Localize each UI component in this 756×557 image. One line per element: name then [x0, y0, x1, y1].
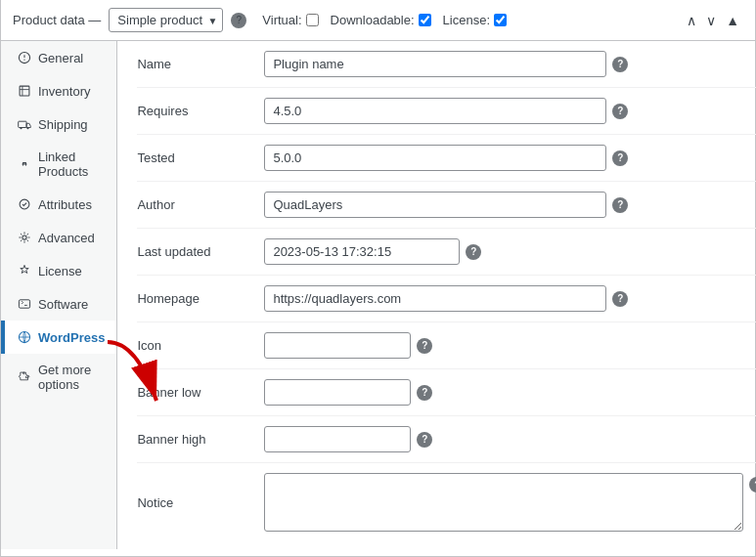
sidebar-item-license[interactable]: License: [1, 254, 116, 287]
svg-rect-3: [20, 86, 29, 96]
general-icon: [17, 50, 32, 65]
sidebar-label-inventory: Inventory: [38, 84, 90, 99]
sidebar-label-license: License: [38, 264, 82, 278]
software-icon: [17, 296, 32, 312]
help-icon-notice[interactable]: ?: [749, 477, 756, 493]
product-type-selector[interactable]: Simple product ▼: [109, 8, 223, 32]
label-banner-low: Banner low: [137, 385, 264, 400]
sidebar-item-advanced[interactable]: Advanced: [1, 221, 116, 254]
form-row-name: Name ?: [137, 41, 756, 88]
license-sidebar-icon: [17, 263, 32, 278]
input-author[interactable]: [264, 192, 606, 218]
attributes-icon: [17, 196, 32, 212]
sidebar-item-software[interactable]: Software: [1, 287, 116, 321]
nav-up-button[interactable]: ∧: [683, 11, 700, 30]
sidebar-item-general[interactable]: General: [1, 41, 116, 74]
virtual-checkbox[interactable]: [306, 14, 319, 26]
product-data-label: Product data —: [13, 13, 101, 27]
help-icon-homepage[interactable]: ?: [612, 291, 628, 307]
help-icon-name[interactable]: ?: [612, 57, 628, 72]
sidebar-label-shipping: Shipping: [38, 117, 88, 132]
form-row-author: Author ?: [137, 182, 756, 229]
help-icon-icon[interactable]: ?: [417, 338, 432, 354]
help-icon-tested[interactable]: ?: [612, 150, 628, 166]
field-name: ?: [264, 51, 756, 77]
nav-expand-button[interactable]: ▲: [722, 11, 743, 30]
help-icon-requires[interactable]: ?: [612, 104, 628, 119]
field-requires: ?: [264, 98, 756, 124]
product-options: Virtual: Downloadable: License:: [262, 13, 507, 27]
form-row-last-updated: Last updated ?: [137, 229, 756, 276]
label-tested: Tested: [137, 150, 264, 165]
input-last-updated[interactable]: [264, 238, 460, 265]
sidebar-item-get-more[interactable]: Get more options: [1, 354, 116, 401]
input-icon[interactable]: [264, 332, 411, 359]
field-tested: ?: [264, 145, 756, 171]
sidebar-label-attributes: Attributes: [38, 197, 92, 212]
help-icon-banner-high[interactable]: ?: [417, 432, 432, 448]
sidebar-label-get-more: Get more options: [38, 363, 105, 392]
sidebar-label-linked-products: Linked Products: [38, 150, 105, 179]
shipping-icon: [17, 116, 32, 132]
field-author: ?: [264, 192, 756, 218]
sidebar-item-shipping[interactable]: Shipping: [1, 107, 116, 141]
field-icon: ?: [264, 332, 756, 359]
input-name[interactable]: [264, 51, 606, 77]
nav-down-button[interactable]: ∨: [702, 11, 720, 30]
input-banner-high[interactable]: [264, 426, 411, 452]
main-content: Name ? Requires ? Tested ?: [117, 41, 756, 549]
label-last-updated: Last updated: [137, 244, 264, 259]
svg-point-7: [20, 127, 22, 129]
license-label: License:: [443, 13, 490, 27]
sidebar-item-inventory[interactable]: Inventory: [1, 74, 116, 107]
sidebar-label-wordpress: WordPress: [38, 330, 105, 345]
puzzle-icon: [17, 369, 32, 385]
field-homepage: ?: [264, 285, 756, 312]
form-row-notice: Notice ?: [137, 463, 756, 541]
form-row-requires: Requires ?: [137, 88, 756, 135]
label-banner-high: Banner high: [137, 432, 264, 447]
input-tested[interactable]: [264, 145, 606, 171]
license-option[interactable]: License:: [443, 13, 507, 27]
sidebar-item-wordpress[interactable]: WordPress: [1, 321, 116, 354]
input-banner-low[interactable]: [264, 379, 411, 406]
help-icon-last-updated[interactable]: ?: [466, 244, 481, 260]
input-notice[interactable]: [264, 473, 743, 532]
downloadable-checkbox[interactable]: [419, 14, 431, 26]
label-name: Name: [137, 57, 264, 71]
sidebar-label-software: Software: [38, 297, 88, 312]
nav-arrows: ∧ ∨ ▲: [683, 11, 743, 30]
label-homepage: Homepage: [137, 291, 264, 306]
input-requires[interactable]: [264, 98, 606, 124]
help-icon-author[interactable]: ?: [612, 197, 628, 213]
wordpress-icon: [17, 329, 32, 345]
inventory-icon: [17, 83, 32, 99]
product-type-select[interactable]: Simple product: [109, 8, 223, 32]
downloadable-option[interactable]: Downloadable:: [331, 13, 431, 27]
help-icon-banner-low[interactable]: ?: [417, 385, 432, 401]
advanced-icon: [17, 230, 32, 245]
label-requires: Requires: [137, 104, 264, 118]
link-icon: [17, 156, 32, 172]
label-notice: Notice: [137, 495, 264, 510]
form-row-banner-low: Banner low ?: [137, 369, 756, 416]
field-banner-low: ?: [264, 379, 756, 406]
svg-rect-6: [19, 121, 26, 127]
product-type-help-icon[interactable]: ?: [231, 13, 246, 28]
input-homepage[interactable]: [264, 285, 606, 312]
sidebar-item-attributes[interactable]: Attributes: [1, 188, 116, 221]
form-row-homepage: Homepage ?: [137, 276, 756, 322]
field-notice: ?: [264, 473, 756, 532]
sidebar-label-advanced: Advanced: [38, 231, 95, 245]
sidebar-label-general: General: [38, 51, 83, 65]
svg-point-2: [23, 59, 24, 60]
field-last-updated: ?: [264, 238, 756, 265]
label-icon: Icon: [137, 338, 264, 353]
virtual-label: Virtual:: [262, 13, 301, 27]
license-checkbox[interactable]: [494, 14, 507, 26]
label-author: Author: [137, 197, 264, 212]
svg-rect-11: [19, 300, 29, 308]
sidebar-item-linked-products[interactable]: Linked Products: [1, 141, 116, 188]
virtual-option[interactable]: Virtual:: [262, 13, 318, 27]
form-row-banner-high: Banner high ?: [137, 416, 756, 463]
